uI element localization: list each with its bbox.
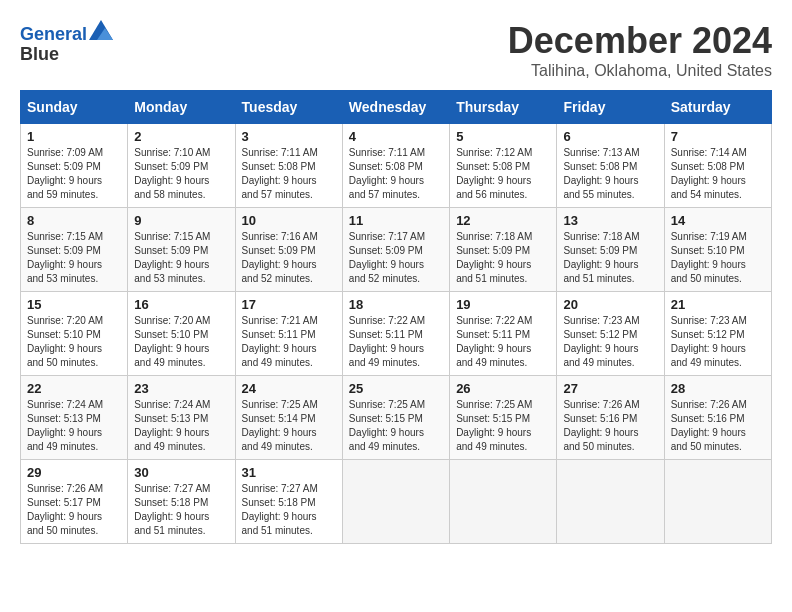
day-number: 3 [242,129,336,144]
day-info: Sunrise: 7:24 AMSunset: 5:13 PMDaylight:… [27,398,121,454]
table-row: 11 Sunrise: 7:17 AMSunset: 5:09 PMDaylig… [342,208,449,292]
table-row: 24 Sunrise: 7:25 AMSunset: 5:14 PMDaylig… [235,376,342,460]
table-row: 4 Sunrise: 7:11 AMSunset: 5:08 PMDayligh… [342,124,449,208]
table-row: 8 Sunrise: 7:15 AMSunset: 5:09 PMDayligh… [21,208,128,292]
day-number: 12 [456,213,550,228]
table-row: 28 Sunrise: 7:26 AMSunset: 5:16 PMDaylig… [664,376,771,460]
day-number: 16 [134,297,228,312]
day-number: 10 [242,213,336,228]
table-row: 16 Sunrise: 7:20 AMSunset: 5:10 PMDaylig… [128,292,235,376]
day-info: Sunrise: 7:24 AMSunset: 5:13 PMDaylight:… [134,398,228,454]
table-row: 21 Sunrise: 7:23 AMSunset: 5:12 PMDaylig… [664,292,771,376]
day-info: Sunrise: 7:18 AMSunset: 5:09 PMDaylight:… [456,230,550,286]
day-number: 4 [349,129,443,144]
header: GeneralBlue December 2024 Talihina, Okla… [20,20,772,80]
day-number: 1 [27,129,121,144]
day-number: 26 [456,381,550,396]
day-info: Sunrise: 7:17 AMSunset: 5:09 PMDaylight:… [349,230,443,286]
table-row: 23 Sunrise: 7:24 AMSunset: 5:13 PMDaylig… [128,376,235,460]
logo-text: GeneralBlue [20,20,113,65]
day-number: 15 [27,297,121,312]
day-info: Sunrise: 7:25 AMSunset: 5:15 PMDaylight:… [349,398,443,454]
table-row: 9 Sunrise: 7:15 AMSunset: 5:09 PMDayligh… [128,208,235,292]
day-info: Sunrise: 7:27 AMSunset: 5:18 PMDaylight:… [242,482,336,538]
col-monday: Monday [128,91,235,124]
col-friday: Friday [557,91,664,124]
day-info: Sunrise: 7:22 AMSunset: 5:11 PMDaylight:… [349,314,443,370]
day-info: Sunrise: 7:25 AMSunset: 5:15 PMDaylight:… [456,398,550,454]
day-info: Sunrise: 7:14 AMSunset: 5:08 PMDaylight:… [671,146,765,202]
table-row: 25 Sunrise: 7:25 AMSunset: 5:15 PMDaylig… [342,376,449,460]
calendar-week-row: 1 Sunrise: 7:09 AMSunset: 5:09 PMDayligh… [21,124,772,208]
day-number: 31 [242,465,336,480]
table-row: 20 Sunrise: 7:23 AMSunset: 5:12 PMDaylig… [557,292,664,376]
calendar-week-row: 8 Sunrise: 7:15 AMSunset: 5:09 PMDayligh… [21,208,772,292]
day-info: Sunrise: 7:23 AMSunset: 5:12 PMDaylight:… [671,314,765,370]
table-row: 10 Sunrise: 7:16 AMSunset: 5:09 PMDaylig… [235,208,342,292]
day-number: 2 [134,129,228,144]
day-number: 7 [671,129,765,144]
day-info: Sunrise: 7:12 AMSunset: 5:08 PMDaylight:… [456,146,550,202]
day-number: 23 [134,381,228,396]
day-info: Sunrise: 7:10 AMSunset: 5:09 PMDaylight:… [134,146,228,202]
day-info: Sunrise: 7:27 AMSunset: 5:18 PMDaylight:… [134,482,228,538]
day-info: Sunrise: 7:15 AMSunset: 5:09 PMDaylight:… [134,230,228,286]
table-row: 18 Sunrise: 7:22 AMSunset: 5:11 PMDaylig… [342,292,449,376]
day-number: 8 [27,213,121,228]
day-number: 30 [134,465,228,480]
table-row: 5 Sunrise: 7:12 AMSunset: 5:08 PMDayligh… [450,124,557,208]
table-row: 14 Sunrise: 7:19 AMSunset: 5:10 PMDaylig… [664,208,771,292]
calendar-table: Sunday Monday Tuesday Wednesday Thursday… [20,90,772,544]
day-info: Sunrise: 7:11 AMSunset: 5:08 PMDaylight:… [242,146,336,202]
day-info: Sunrise: 7:25 AMSunset: 5:14 PMDaylight:… [242,398,336,454]
day-number: 24 [242,381,336,396]
day-info: Sunrise: 7:19 AMSunset: 5:10 PMDaylight:… [671,230,765,286]
table-row: 12 Sunrise: 7:18 AMSunset: 5:09 PMDaylig… [450,208,557,292]
table-row: 26 Sunrise: 7:25 AMSunset: 5:15 PMDaylig… [450,376,557,460]
calendar-header-row: Sunday Monday Tuesday Wednesday Thursday… [21,91,772,124]
day-number: 21 [671,297,765,312]
day-number: 28 [671,381,765,396]
day-number: 11 [349,213,443,228]
day-info: Sunrise: 7:21 AMSunset: 5:11 PMDaylight:… [242,314,336,370]
table-row: 6 Sunrise: 7:13 AMSunset: 5:08 PMDayligh… [557,124,664,208]
table-row: 27 Sunrise: 7:26 AMSunset: 5:16 PMDaylig… [557,376,664,460]
day-info: Sunrise: 7:20 AMSunset: 5:10 PMDaylight:… [27,314,121,370]
day-info: Sunrise: 7:20 AMSunset: 5:10 PMDaylight:… [134,314,228,370]
table-row [664,460,771,544]
table-row: 7 Sunrise: 7:14 AMSunset: 5:08 PMDayligh… [664,124,771,208]
table-row: 2 Sunrise: 7:10 AMSunset: 5:09 PMDayligh… [128,124,235,208]
table-row: 13 Sunrise: 7:18 AMSunset: 5:09 PMDaylig… [557,208,664,292]
table-row: 30 Sunrise: 7:27 AMSunset: 5:18 PMDaylig… [128,460,235,544]
table-row: 31 Sunrise: 7:27 AMSunset: 5:18 PMDaylig… [235,460,342,544]
day-number: 14 [671,213,765,228]
logo-icon [89,20,113,40]
table-row [342,460,449,544]
table-row: 17 Sunrise: 7:21 AMSunset: 5:11 PMDaylig… [235,292,342,376]
day-number: 27 [563,381,657,396]
day-number: 22 [27,381,121,396]
table-row [450,460,557,544]
day-info: Sunrise: 7:26 AMSunset: 5:16 PMDaylight:… [563,398,657,454]
col-tuesday: Tuesday [235,91,342,124]
col-saturday: Saturday [664,91,771,124]
col-wednesday: Wednesday [342,91,449,124]
day-number: 17 [242,297,336,312]
day-number: 29 [27,465,121,480]
table-row: 29 Sunrise: 7:26 AMSunset: 5:17 PMDaylig… [21,460,128,544]
day-info: Sunrise: 7:15 AMSunset: 5:09 PMDaylight:… [27,230,121,286]
title-section: December 2024 Talihina, Oklahoma, United… [508,20,772,80]
day-info: Sunrise: 7:22 AMSunset: 5:11 PMDaylight:… [456,314,550,370]
col-sunday: Sunday [21,91,128,124]
day-number: 18 [349,297,443,312]
calendar-week-row: 22 Sunrise: 7:24 AMSunset: 5:13 PMDaylig… [21,376,772,460]
day-number: 19 [456,297,550,312]
day-info: Sunrise: 7:18 AMSunset: 5:09 PMDaylight:… [563,230,657,286]
table-row: 15 Sunrise: 7:20 AMSunset: 5:10 PMDaylig… [21,292,128,376]
table-row [557,460,664,544]
calendar-week-row: 29 Sunrise: 7:26 AMSunset: 5:17 PMDaylig… [21,460,772,544]
table-row: 1 Sunrise: 7:09 AMSunset: 5:09 PMDayligh… [21,124,128,208]
day-info: Sunrise: 7:16 AMSunset: 5:09 PMDaylight:… [242,230,336,286]
day-info: Sunrise: 7:23 AMSunset: 5:12 PMDaylight:… [563,314,657,370]
day-number: 25 [349,381,443,396]
